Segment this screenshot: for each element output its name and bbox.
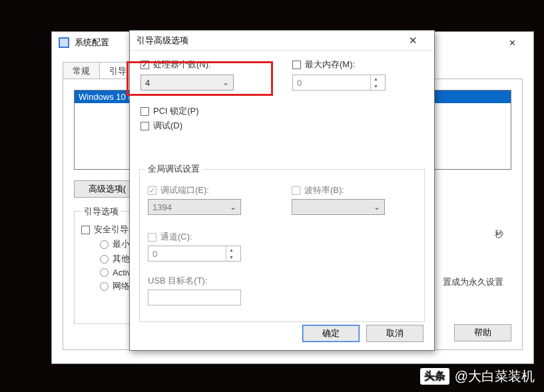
cancel-button[interactable]: 取消 — [366, 325, 423, 342]
make-permanent-label: 置成为永久设置 — [443, 276, 503, 288]
watermark-badge: 头条 — [420, 368, 449, 385]
processor-count-select[interactable]: 4 ⌄ — [140, 75, 234, 91]
help-button[interactable]: 帮助 — [454, 324, 511, 341]
chevron-down-icon: ⌄ — [230, 202, 236, 212]
usb-target-input — [148, 290, 241, 305]
chevron-down-icon: ⌄ — [374, 202, 380, 212]
close-icon[interactable]: ✕ — [497, 33, 527, 53]
tab-strip: 常规 引导 — [63, 61, 136, 79]
spinner-icon: ▲▼ — [226, 246, 236, 261]
baud-rate-checkbox: 波特率(B): — [292, 184, 385, 196]
boot-advanced-options-dialog: 引导高级选项 ✕ 处理器个数(N): 4 ⌄ 最大内存(M): 0 ▲▼ — [129, 30, 435, 351]
global-debug-fieldset: 全局调试设置 调试端口(E): 1394 ⌄ 波特率(B): ⌄ 通道(C): … — [139, 169, 425, 322]
pci-lock-checkbox[interactable]: PCI 锁定(P) — [140, 105, 199, 117]
dialog-title: 引导高级选项 — [136, 35, 188, 47]
boot-options-legend: 引导选项 — [81, 206, 121, 218]
tab-general[interactable]: 常规 — [63, 62, 100, 80]
debug-port-checkbox: 调试端口(E): — [148, 184, 241, 196]
chevron-down-icon: ⌄ — [222, 78, 229, 87]
watermark-text: @大白菜装机 — [455, 367, 535, 385]
spinner-icon: ▲▼ — [370, 75, 381, 90]
watermark: 头条 @大白菜装机 — [420, 367, 535, 385]
usb-target-label: USB 目标名(T): — [148, 275, 241, 287]
titlebar: 引导高级选项 ✕ — [130, 31, 434, 51]
channel-checkbox: 通道(C): — [148, 231, 241, 243]
app-icon — [59, 37, 69, 48]
ok-button[interactable]: 确定 — [302, 325, 360, 342]
max-memory-checkbox[interactable]: 最大内存(M): — [292, 59, 386, 71]
processor-count-checkbox[interactable]: 处理器个数(N): — [140, 59, 234, 71]
window-title: 系统配置 — [75, 37, 109, 49]
max-memory-input: 0 ▲▼ — [292, 75, 386, 91]
debug-port-select: 1394 ⌄ — [148, 199, 241, 215]
timeout-seconds-label: 秒 — [495, 228, 503, 240]
close-icon[interactable]: ✕ — [398, 31, 427, 51]
baud-rate-select: ⌄ — [292, 199, 385, 215]
channel-input: 0 ▲▼ — [148, 246, 241, 262]
debug-checkbox[interactable]: 调试(D) — [140, 120, 199, 132]
global-debug-legend: 全局调试设置 — [145, 163, 202, 175]
